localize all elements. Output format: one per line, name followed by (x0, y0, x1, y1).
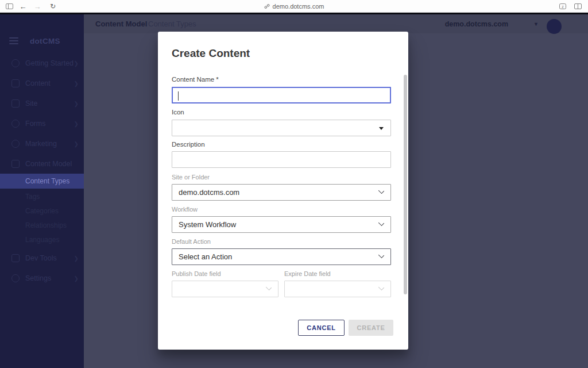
chevron-down-icon (378, 285, 384, 290)
sidebar-item-content[interactable]: Content ❯ (0, 76, 84, 90)
sidebar-item-getting-started[interactable]: Getting Started ❯ (0, 56, 84, 70)
description-label: Description (172, 141, 205, 148)
sidebar-subitem-relationships[interactable]: Relationships (0, 220, 84, 231)
chevron-right-icon: ❯ (74, 255, 79, 262)
cancel-button[interactable]: CANCEL (298, 320, 345, 336)
dev-tools-icon (11, 254, 20, 262)
workflow-label: Workflow (172, 206, 198, 213)
content-model-icon (11, 160, 20, 168)
caret-down-icon (379, 127, 384, 130)
modal-button-row: CANCEL CREATE (298, 320, 393, 336)
sidebar-item-settings[interactable]: Settings ❯ (0, 271, 84, 285)
toolbar: Content Model Content Types demo.dotcms.… (84, 14, 588, 33)
sidebar-subitem-content-types[interactable]: Content Types (0, 174, 84, 189)
content-name-input[interactable] (172, 87, 391, 103)
chevron-down-icon (266, 285, 272, 290)
sidebar: dotCMS Getting Started ❯ Content ❯ Site … (0, 14, 84, 368)
sidebar-item-content-model[interactable]: Content Model (0, 157, 84, 171)
split-view-icon[interactable] (572, 0, 583, 13)
site-or-folder-label: Site or Folder (172, 174, 210, 181)
icon-label: Icon (172, 109, 184, 116)
url-text: demo.dotcms.com (273, 3, 324, 10)
forms-icon (11, 120, 20, 128)
site-selector[interactable]: demo.dotcms.com ▼ (445, 19, 539, 29)
getting-started-icon (11, 59, 20, 67)
sidebar-item-dev-tools[interactable]: Dev Tools ❯ (0, 251, 84, 265)
workflow-select[interactable]: System Workflow (172, 216, 391, 233)
content-icon (11, 79, 20, 87)
site-icon (11, 99, 20, 108)
breadcrumb-section: Content Model (95, 20, 147, 28)
chevron-right-icon: ❯ (74, 275, 79, 282)
sidebar-item-site[interactable]: Site ❯ (0, 97, 84, 110)
split-view-glyph (574, 3, 582, 9)
publish-date-label: Publish Date field (172, 270, 221, 277)
site-or-folder-select[interactable]: demo.dotcms.com (172, 184, 391, 201)
page-settings-glyph: z (559, 3, 566, 9)
chevron-down-icon (378, 220, 384, 226)
sidebar-item-marketing[interactable]: Marketing ❯ (0, 137, 84, 151)
description-input[interactable] (172, 151, 391, 168)
modal-title: Create Content (172, 47, 250, 60)
chevron-right-icon: ❯ (74, 141, 79, 147)
modal-scrollbar[interactable] (404, 75, 407, 294)
marketing-icon (11, 140, 20, 148)
caret-down-icon: ▼ (533, 21, 539, 27)
sidebar-subitem-languages[interactable]: Languages (0, 234, 84, 246)
chevron-right-icon: ❯ (74, 121, 79, 127)
chevron-right-icon: ❯ (74, 101, 79, 107)
text-cursor (178, 91, 179, 101)
breadcrumb-page: Content Types (148, 20, 196, 28)
sidebar-subitem-tags[interactable]: Tags (0, 191, 84, 202)
create-button[interactable]: CREATE (349, 320, 393, 336)
chevron-down-icon (378, 252, 384, 258)
avatar[interactable] (547, 19, 562, 34)
chevron-right-icon: ❯ (74, 80, 79, 87)
url-bar[interactable]: demo.dotcms.com (0, 0, 588, 13)
sidebar-item-forms[interactable]: Forms ❯ (0, 117, 84, 131)
publish-date-select[interactable] (172, 281, 278, 297)
create-content-modal: Create Content Content Name * Icon Descr… (158, 32, 408, 350)
page-settings-icon[interactable]: z (557, 0, 568, 13)
default-action-label: Default Action (172, 238, 211, 245)
chevron-down-icon (378, 188, 384, 194)
menu-toggle-icon[interactable] (9, 37, 18, 44)
settings-gear-icon (11, 274, 20, 282)
sidebar-subitem-categories[interactable]: Categories (0, 205, 84, 217)
content-name-label: Content Name * (172, 76, 219, 83)
icon-select[interactable] (172, 120, 391, 136)
dotcms-logo: dotCMS (30, 37, 79, 45)
browser-chrome: ← → ↻ demo.dotcms.com z (0, 0, 588, 13)
link-icon (264, 3, 270, 9)
expire-date-select[interactable] (284, 281, 391, 297)
default-action-select[interactable]: Select an Action (172, 248, 391, 265)
expire-date-label: Expire Date field (284, 270, 331, 277)
site-selector-label: demo.dotcms.com (445, 20, 508, 28)
chevron-right-icon: ❯ (74, 60, 79, 67)
